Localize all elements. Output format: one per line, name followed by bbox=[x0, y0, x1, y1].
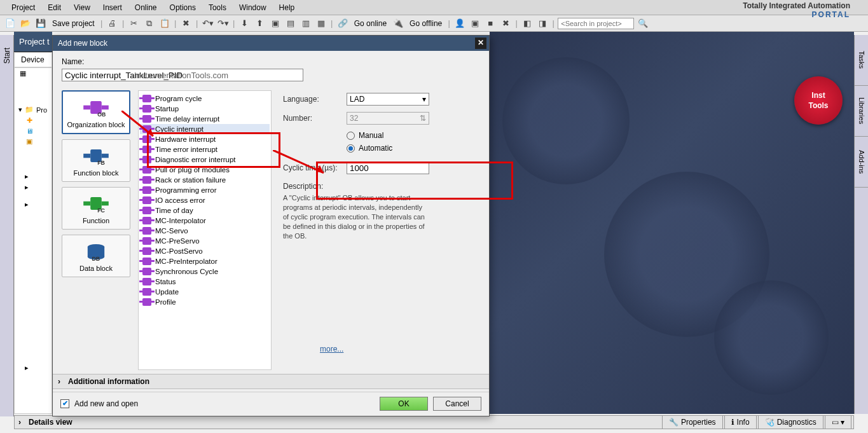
menu-edit[interactable]: Edit bbox=[41, 3, 67, 12]
list-item[interactable]: Programming error bbox=[140, 185, 270, 195]
info-tab[interactable]: ℹInfo bbox=[724, 415, 757, 429]
language-label: Language: bbox=[283, 95, 347, 104]
project-tree-header: Project t bbox=[14, 32, 52, 52]
list-item[interactable]: IO access error bbox=[140, 195, 270, 205]
ok-button[interactable]: OK bbox=[380, 397, 428, 411]
list-item[interactable]: Update bbox=[140, 287, 270, 297]
ob-icon bbox=[142, 105, 151, 113]
cut-icon[interactable]: ✂ bbox=[128, 17, 141, 30]
sim-icon[interactable]: ▥ bbox=[300, 17, 312, 30]
menu-project[interactable]: Project bbox=[5, 3, 41, 12]
trace-icon[interactable]: ▦ bbox=[315, 17, 327, 30]
compile-icon[interactable]: ⬇ bbox=[238, 17, 251, 30]
list-item[interactable]: Status bbox=[140, 277, 270, 287]
toolbar: 📄 📂 💾 Save project | 🖨 | ✂ ⧉ 📋 | ✖ | ↶▾ … bbox=[0, 15, 868, 32]
list-item[interactable]: Time error interrupt bbox=[140, 144, 270, 155]
go-offline-label[interactable]: Go offline bbox=[407, 19, 444, 28]
cancel-button[interactable]: Cancel bbox=[433, 397, 481, 411]
automatic-radio[interactable]: Automatic bbox=[347, 144, 476, 153]
devices-tab[interactable]: Device bbox=[14, 52, 52, 67]
download-icon[interactable]: ⬆ bbox=[254, 17, 266, 30]
list-item-label: MC-PostServo bbox=[155, 247, 203, 255]
list-item[interactable]: Profile bbox=[140, 297, 270, 307]
list-item-label: Program cycle bbox=[155, 95, 202, 102]
ob-type-list[interactable]: Program cycleStartupTime delay interrupt… bbox=[138, 90, 272, 370]
list-item[interactable]: Time delay interrupt bbox=[140, 114, 270, 124]
redo-icon[interactable]: ↷▾ bbox=[217, 17, 230, 30]
start-tab[interactable]: Start bbox=[0, 35, 14, 416]
list-item[interactable]: Cyclic interrupt bbox=[140, 124, 270, 134]
search-input[interactable] bbox=[558, 18, 634, 29]
list-item[interactable]: MC-PostServo bbox=[140, 246, 270, 256]
cyclic-time-input[interactable] bbox=[347, 162, 429, 174]
svg-text:FC: FC bbox=[97, 207, 105, 214]
new-icon[interactable]: 📄 bbox=[4, 17, 17, 30]
copy-icon[interactable]: ⧉ bbox=[143, 17, 156, 30]
list-item[interactable]: MC-Interpolator bbox=[140, 216, 270, 226]
go-offline-icon[interactable]: 🔌 bbox=[392, 17, 404, 30]
stop-icon[interactable]: ■ bbox=[484, 17, 497, 30]
list-item[interactable]: Hardware interrupt bbox=[140, 134, 270, 144]
tab-tasks[interactable]: Tasks bbox=[855, 35, 868, 86]
go-online-label[interactable]: Go online bbox=[352, 19, 389, 28]
split-h-icon[interactable]: ◨ bbox=[536, 17, 549, 30]
properties-tab[interactable]: 🔧Properties bbox=[662, 415, 723, 429]
delete-icon[interactable]: ✖ bbox=[180, 17, 193, 30]
list-item[interactable]: Time of day bbox=[140, 205, 270, 216]
list-item[interactable]: Diagnostic error interrupt bbox=[140, 155, 270, 165]
close-icon[interactable]: ✕ bbox=[475, 38, 486, 49]
list-item-label: Rack or station failure bbox=[155, 176, 226, 184]
function-block-card[interactable]: FB Function block bbox=[62, 139, 130, 182]
manual-radio[interactable]: Manual bbox=[347, 131, 476, 140]
list-item[interactable]: Rack or station failure bbox=[140, 175, 270, 185]
undo-icon[interactable]: ↶▾ bbox=[202, 17, 214, 30]
cyclic-time-label: Cyclic time (µs): bbox=[283, 163, 347, 172]
print-icon[interactable]: 🖨 bbox=[106, 17, 119, 30]
list-item[interactable]: Synchronous Cycle bbox=[140, 266, 270, 277]
additional-info-bar[interactable]: › Additional information bbox=[53, 374, 489, 389]
right-rail: Tasks Libraries Add-ins bbox=[854, 35, 868, 414]
list-item[interactable]: Startup bbox=[140, 104, 270, 114]
hw-icon[interactable]: ▤ bbox=[284, 17, 297, 30]
menu-online[interactable]: Online bbox=[128, 3, 163, 12]
menu-help[interactable]: Help bbox=[273, 3, 301, 12]
project-tree[interactable]: ▦ ▾📁Pro ✚ 🖥 ▣ ▸ ▸ ▸ ▸ bbox=[14, 67, 52, 414]
data-block-card[interactable]: DB Data block bbox=[62, 235, 130, 277]
search-go-icon[interactable]: 🔍 bbox=[637, 17, 649, 30]
diagnostics-tab[interactable]: 🩺Diagnostics bbox=[758, 415, 823, 429]
collapse-button[interactable]: ▭ ▾ bbox=[825, 415, 851, 429]
upload-icon[interactable]: ▣ bbox=[269, 17, 282, 30]
save-project-label[interactable]: Save project bbox=[50, 19, 97, 28]
open-icon[interactable]: 📂 bbox=[19, 17, 32, 30]
cross-icon[interactable]: ✖ bbox=[499, 17, 512, 30]
list-item[interactable]: Program cycle bbox=[140, 93, 270, 104]
organization-block-card[interactable]: OB Organization block bbox=[62, 90, 130, 134]
menu-insert[interactable]: Insert bbox=[97, 3, 128, 12]
go-online-icon[interactable]: 🔗 bbox=[336, 17, 349, 30]
paste-icon[interactable]: 📋 bbox=[158, 17, 171, 30]
save-icon[interactable]: 💾 bbox=[34, 17, 47, 30]
ob-icon bbox=[142, 95, 151, 102]
split-v-icon[interactable]: ◧ bbox=[521, 17, 534, 30]
svg-rect-10 bbox=[102, 202, 109, 206]
accessible-icon[interactable]: 👤 bbox=[453, 17, 466, 30]
language-select[interactable]: LAD▾ bbox=[347, 93, 429, 106]
menu-tools[interactable]: Tools bbox=[202, 3, 233, 12]
tab-addins[interactable]: Add-ins bbox=[855, 137, 868, 188]
menu-options[interactable]: Options bbox=[163, 3, 202, 12]
tab-libraries[interactable]: Libraries bbox=[855, 86, 868, 137]
list-item-label: Programming error bbox=[155, 186, 217, 194]
list-item[interactable]: MC-PreServo bbox=[140, 236, 270, 246]
more-link[interactable]: more... bbox=[320, 345, 343, 354]
list-item-label: Cyclic interrupt bbox=[155, 125, 203, 133]
list-item[interactable]: MC-PreInterpolator bbox=[140, 256, 270, 266]
list-item[interactable]: MC-Servo bbox=[140, 226, 270, 236]
svg-rect-2 bbox=[102, 106, 109, 110]
function-card[interactable]: FC Function bbox=[62, 187, 130, 230]
cpu-icon[interactable]: ▣ bbox=[469, 17, 481, 30]
menu-window[interactable]: Window bbox=[233, 3, 273, 12]
menu-view[interactable]: View bbox=[67, 3, 97, 12]
list-item[interactable]: Pull or plug of modules bbox=[140, 165, 270, 175]
add-new-open-checkbox[interactable]: ✔ bbox=[60, 399, 69, 408]
status-tabs: 🔧Properties ℹInfo 🩺Diagnostics ▭ ▾ bbox=[662, 415, 851, 429]
